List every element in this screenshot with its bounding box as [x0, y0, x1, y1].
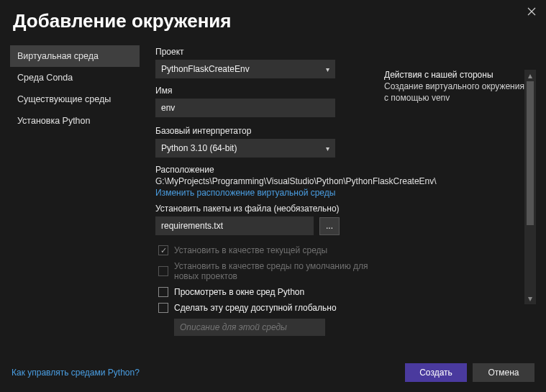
close-icon: [527, 7, 536, 16]
help-link[interactable]: Как управлять средами Python?: [12, 368, 140, 378]
form-area: Проект PythonFlaskCreateEnv Имя Базовый …: [155, 45, 378, 347]
description-input[interactable]: [174, 319, 325, 336]
scroll-down-icon[interactable]: ▾: [524, 293, 536, 304]
packages-label: Установить пакеты из файла (необязательн…: [155, 204, 378, 214]
checkbox-icon: [158, 245, 168, 255]
interpreter-select[interactable]: Python 3.10 (64-bit): [155, 139, 335, 158]
change-location-link[interactable]: Изменить расположение виртуальной среды: [155, 188, 335, 198]
browse-button[interactable]: ...: [319, 217, 340, 235]
info-panel: Действия с нашей стороны Создание виртуа…: [384, 45, 524, 347]
scroll-thumb[interactable]: [527, 81, 534, 225]
check-view-window[interactable]: Просмотреть в окне сред Python: [158, 287, 378, 297]
checkbox-icon: [158, 287, 168, 297]
packages-file-input[interactable]: [155, 216, 314, 235]
create-button[interactable]: Создать: [405, 363, 467, 382]
sidebar-item-virtualenv[interactable]: Виртуальная среда: [10, 45, 140, 67]
sidebar-item-install-python[interactable]: Установка Python: [10, 110, 140, 132]
scroll-up-icon[interactable]: ▴: [524, 70, 536, 81]
checkbox-icon: [158, 266, 168, 276]
checkbox-icon: [158, 303, 168, 313]
scrollbar[interactable]: ▴ ▾: [524, 70, 536, 304]
footer: Как управлять средами Python? Создать От…: [0, 353, 546, 392]
close-button[interactable]: [524, 4, 539, 19]
name-input[interactable]: [155, 99, 335, 117]
project-label: Проект: [155, 47, 378, 57]
location-path: G:\MyProjects\Programming\VisualStudio\P…: [155, 176, 378, 186]
interpreter-label: Базовый интерпретатор: [155, 126, 378, 136]
check-set-default: Установить в качестве среды по умолчанию…: [158, 261, 378, 281]
project-select[interactable]: PythonFlaskCreateEnv: [155, 60, 335, 78]
cancel-button[interactable]: Отмена: [473, 363, 534, 382]
check-set-current: Установить в качестве текущей среды: [158, 245, 378, 255]
dialog-title: Добавление окружения: [0, 0, 546, 45]
info-description: Создание виртуального окружения с помощь…: [384, 81, 524, 104]
check-make-global[interactable]: Сделать эту среду доступной глобально: [158, 303, 378, 313]
name-label: Имя: [155, 86, 378, 96]
info-heading: Действия с нашей стороны: [384, 70, 524, 80]
sidebar-item-existing[interactable]: Существующие среды: [10, 88, 140, 110]
sidebar: Виртуальная среда Среда Conda Существующ…: [10, 45, 140, 347]
sidebar-item-conda[interactable]: Среда Conda: [10, 67, 140, 88]
location-label: Расположение: [155, 165, 378, 175]
